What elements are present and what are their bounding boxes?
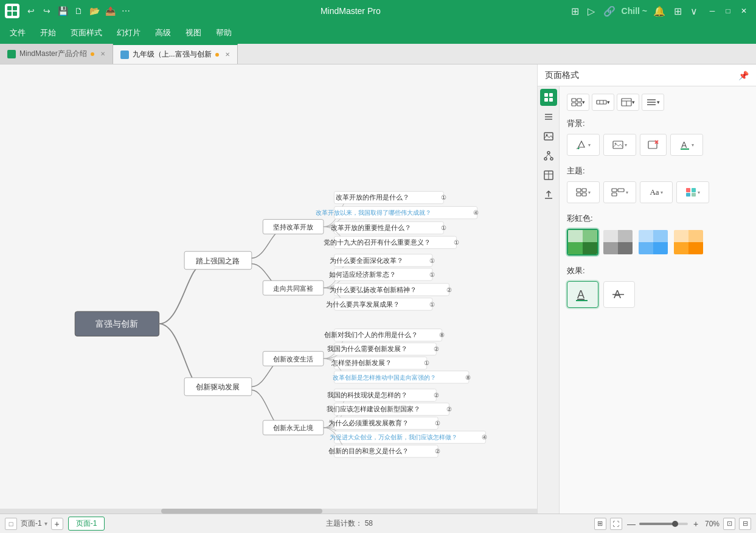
sidebar-tab-layout[interactable] (540, 89, 557, 106)
sidebar-tab-table[interactable] (540, 167, 557, 184)
svg-rect-89 (572, 103, 576, 106)
layout-btn-4[interactable]: ▾ (642, 94, 664, 111)
close-button[interactable]: ✕ (737, 4, 751, 18)
redo-button[interactable]: ↪ (40, 4, 54, 18)
layout-btn-2[interactable]: ▾ (592, 94, 614, 111)
color-swatch-2[interactable] (602, 229, 634, 256)
sidebar-tab-connection[interactable] (540, 147, 557, 164)
svg-text:②: ② (446, 287, 452, 293)
svg-rect-117 (686, 193, 690, 197)
svg-rect-87 (572, 99, 576, 102)
add-page-button[interactable]: + (51, 518, 63, 530)
fit-page-btn[interactable]: □ (5, 518, 17, 530)
theme-font-btn[interactable]: Aa ▾ (640, 181, 673, 203)
svg-rect-72 (549, 98, 553, 102)
canvas-area[interactable]: 富强与创新 踏上强国之路 坚持改革开放 改革开放的作用是什么？ ① 改革开放以来… (0, 64, 537, 514)
zoom-out-btn[interactable]: — (626, 518, 637, 529)
sidebar-tab-list[interactable] (540, 108, 557, 125)
collapse-btn[interactable]: ⊟ (739, 518, 751, 530)
svg-rect-116 (692, 188, 696, 192)
color-swatch-3[interactable] (637, 229, 669, 256)
menu-help[interactable]: 帮助 (209, 24, 239, 42)
sidebar-tab-image[interactable] (540, 128, 557, 145)
bg-fill-color-btn[interactable]: ▾ (567, 134, 600, 156)
layout-btn-1[interactable]: ▾ (567, 94, 589, 111)
open-button[interactable]: 📂 (88, 4, 101, 18)
tab-close-2[interactable]: ✕ (225, 51, 230, 58)
svg-rect-3 (13, 12, 17, 16)
svg-text:创新对我们个人的作用是什么？: 创新对我们个人的作用是什么？ (324, 331, 418, 338)
apps-icon[interactable]: ⊞ (671, 4, 684, 18)
zoom-slider[interactable] (639, 523, 688, 525)
main-area: 富强与创新 踏上强国之路 坚持改革开放 改革开放的作用是什么？ ① 改革开放以来… (0, 64, 756, 514)
canvas-scrollbar-thumb[interactable] (161, 509, 322, 514)
menu-slideshow[interactable]: 幻灯片 (109, 24, 148, 42)
new-button[interactable]: 🗋 (72, 4, 85, 18)
share-icon[interactable]: ▷ (585, 4, 597, 18)
svg-text:①: ① (454, 239, 459, 246)
canvas-scrollbar-h[interactable] (0, 509, 537, 514)
bg-image-btn[interactable]: ▾ (603, 134, 636, 156)
link-icon[interactable]: 🔗 (601, 4, 618, 18)
fit-window-btn[interactable]: ⊞ (594, 518, 606, 530)
more-button[interactable]: ⋯ (119, 4, 133, 18)
expand-btn[interactable]: ⊡ (723, 518, 735, 530)
svg-line-100 (577, 148, 578, 149)
svg-text:如何适应经济新常态？: 如何适应经济新常态？ (329, 271, 396, 278)
svg-text:为什么必须重视发展教育？: 为什么必须重视发展教育？ (328, 419, 409, 427)
menu-file[interactable]: 文件 (2, 24, 33, 42)
bell-icon[interactable]: 🔔 (651, 4, 668, 18)
tab-grade9[interactable]: 九年级（上...富强与创新 ✕ (113, 44, 238, 64)
undo-button[interactable]: ↩ (24, 4, 38, 18)
svg-text:创新驱动发展: 创新驱动发展 (196, 383, 240, 391)
chevron-icon[interactable]: ∨ (688, 4, 700, 18)
zoom-in-btn[interactable]: + (690, 518, 701, 529)
page-dropdown-arrow[interactable]: ▾ (44, 520, 47, 527)
color-swatch-4[interactable] (673, 229, 704, 256)
page-tab-1[interactable]: 页面-1 (68, 517, 105, 531)
color-swatch-1[interactable] (567, 229, 598, 256)
theme-layout2-btn[interactable]: ▾ (603, 181, 636, 203)
svg-rect-69 (544, 93, 548, 97)
bg-image-remove-btn[interactable] (640, 134, 667, 156)
background-section-header: 背景: (567, 118, 749, 129)
tab-label-1: MindMaster产品介绍 (19, 49, 87, 59)
app-logo (5, 4, 19, 18)
menu-view[interactable]: 视图 (178, 24, 209, 42)
zoom-slider-thumb[interactable] (672, 521, 678, 527)
tab-close-1[interactable]: ✕ (100, 51, 105, 57)
bg-text-color-btn[interactable]: A ▾ (670, 134, 703, 156)
rainbow-section-header: 彩虹色: (567, 213, 749, 224)
svg-text:为促进大众创业，万众创新，我们应该怎样做？: 为促进大众创业，万众创新，我们应该怎样做？ (330, 434, 457, 441)
svg-text:⑧: ⑧ (439, 332, 445, 338)
sidebar-pin-button[interactable]: 📌 (738, 71, 749, 80)
maximize-button[interactable]: □ (721, 4, 735, 18)
minimize-button[interactable]: ─ (705, 4, 720, 18)
tab-icon-green (7, 50, 16, 58)
layout-btn-3[interactable]: ▾ (617, 94, 639, 111)
svg-text:为什么要全面深化改革？: 为什么要全面深化改革？ (330, 257, 403, 264)
grid-icon[interactable]: ⊞ (569, 4, 581, 18)
svg-rect-111 (582, 193, 586, 196)
effect-underline-btn[interactable]: A (567, 281, 598, 308)
menu-start[interactable]: 开始 (33, 24, 63, 42)
svg-rect-112 (612, 189, 617, 192)
svg-text:改革开放的作用是什么？: 改革开放的作用是什么？ (336, 193, 409, 201)
effect-strikethrough-btn[interactable]: A (603, 281, 635, 308)
tab-mindmaster-intro[interactable]: MindMaster产品介绍 ✕ (0, 44, 113, 64)
theme-layout1-btn[interactable]: ▾ (567, 181, 600, 203)
menu-page-style[interactable]: 页面样式 (63, 24, 109, 42)
theme-color-btn[interactable]: ▾ (676, 181, 709, 203)
user-label[interactable]: Chill ~ (622, 6, 647, 16)
sidebar-content: ▾ ▾ ▾ ▾ 背景: (538, 86, 756, 514)
page-selector[interactable]: 页面-1 ▾ (21, 518, 47, 529)
export-button[interactable]: 📤 (103, 4, 117, 18)
tab-modified-dot-2 (215, 53, 219, 57)
bottom-right: ⊞ ⛶ — + 70% ⊡ ⊟ (594, 518, 751, 530)
svg-text:①: ① (429, 271, 435, 278)
fit-full-btn[interactable]: ⛶ (610, 518, 622, 530)
sidebar-tab-upload[interactable] (540, 186, 557, 203)
menu-advanced[interactable]: 高级 (148, 24, 178, 42)
topic-count-label: 主题计数： (326, 519, 362, 528)
save-button[interactable]: 💾 (56, 4, 69, 18)
